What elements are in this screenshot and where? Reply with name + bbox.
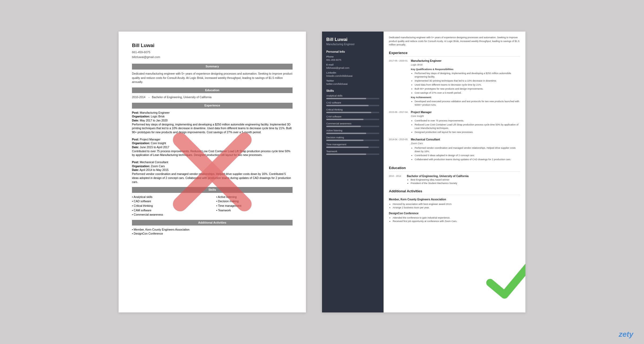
right-job1-title: Manufacturing Engineer [411, 59, 520, 63]
right-name: Bill Luwai [326, 37, 379, 42]
list-item: Used data from different teams to decrea… [415, 83, 520, 87]
right-job1-company: Logic Brisk [411, 63, 520, 67]
left-skill-5: Commercial awareness [132, 213, 208, 217]
right-job-3: 2014-04 - 2015-05 Mechanical Consultant … [389, 138, 520, 162]
right-job2-bullets: Contributed to over 75 process improveme… [411, 119, 520, 134]
skill-bar-background [326, 147, 379, 148]
left-skill-3: Critical thinking [132, 204, 208, 208]
left-skill-6: Active listening [216, 195, 293, 199]
sidebar-linkedin-label: LinkedIn [326, 71, 379, 74]
sidebar-skill-name: Analytical skills [326, 94, 379, 97]
sidebar-phone-label: Phone [326, 55, 379, 58]
skill-bar-fill [326, 119, 363, 120]
left-job-1: Post: Manufacturing Engineer Organizatio… [132, 111, 293, 134]
left-contact: 661-459-6075 billzluwai@gmail.com [132, 50, 293, 59]
right-job-2: 2015-06 - 2017-04 Project Manager Core I… [389, 110, 520, 135]
page-container: Bill Luwai 661-459-6075 billzluwai@gmail… [0, 0, 644, 344]
right-act1-bullets: Honored by association with best enginee… [389, 202, 520, 209]
list-item: Designed production cell layout for two … [415, 131, 520, 134]
skill-bar-background [326, 154, 379, 155]
list-item: Contributed 5 ideas adopted in design of… [415, 154, 520, 157]
sidebar-email-label: E-mail [326, 63, 379, 66]
left-edu-content: 2010-2014 - Bachelor of Engineering, Uni… [132, 95, 293, 100]
skill-bar-background [326, 105, 379, 106]
skill-bar-fill [326, 147, 369, 148]
left-name: Bill Luwai [132, 42, 293, 49]
right-job3-date: 2014-04 - 2015-05 [389, 138, 408, 162]
right-edu-date: 2010 - 2014 [389, 174, 404, 185]
left-skill-2: CAD software [132, 199, 208, 203]
left-additional-header: Additional Activities [132, 220, 293, 225]
list-item: Reduced Low Cost Container Load Lift Str… [415, 123, 520, 130]
right-title: Manufacturing Engineer [326, 43, 379, 46]
zety-logo: zety [619, 330, 633, 339]
list-item: Best Engineering Idea Award winner [411, 178, 469, 182]
list-item: Cost savings of 27% over a 5-month perio… [415, 91, 520, 95]
right-act2-bullets: Attended the conference to gain industri… [389, 216, 520, 223]
left-skill-4: CAM software [132, 208, 208, 212]
right-act2-title: DesignCon Conference [389, 212, 520, 216]
skill-bar-fill [326, 133, 366, 134]
right-edu-label: Education [389, 166, 520, 172]
skill-bar-background [326, 112, 379, 113]
skill-bar-background [326, 133, 379, 134]
resume-main: Dedicated manufacturing engineer with 5+… [384, 32, 525, 312]
right-job-1: 2017-05 - 2020-01 Manufacturing Engineer… [389, 59, 520, 107]
list-item: Implemented 3D printing techniques that … [415, 79, 520, 83]
skill-bar-fill [326, 98, 366, 99]
skill-bar-fill [326, 126, 361, 127]
left-skills-grid: Analytical skills Active listening CAD s… [132, 195, 293, 217]
right-activities: Member, Kern County Engineers Associatio… [389, 198, 520, 223]
list-item: Performed key steps of designing, implem… [415, 72, 520, 79]
sidebar-twitter-label: Twitter [326, 79, 379, 82]
right-job3-details: Mechanical Consultant Zoom Cars Performe… [411, 138, 520, 162]
right-job2-title: Project Manager [411, 110, 520, 114]
right-job3-title: Mechanical Consultant [411, 138, 520, 142]
list-item: Built 90+ prototypes for new products an… [415, 87, 520, 91]
left-job1-desc: Performed key steps of designing, implem… [132, 123, 293, 134]
right-job3-company: Zoom Cars [411, 142, 520, 145]
right-edu-degree: Bachelor of Engineering, University of C… [407, 174, 469, 178]
left-job3-desc: Performed vendor coordination and manage… [132, 172, 293, 184]
left-summary-text: Dedicated manufacturing engineer with 5+… [132, 72, 293, 84]
sidebar-skill-name: Teamwork [326, 150, 379, 153]
resume-sidebar: Bill Luwai Manufacturing Engineer Person… [322, 32, 384, 312]
sidebar-phone: 661-459-6075 [326, 59, 379, 61]
skill-bar-background [326, 140, 379, 141]
sidebar-skills-label: Skills [326, 89, 379, 92]
list-item: President of the Student Mechanics Socie… [411, 182, 469, 185]
left-job-2: Post: Project Manager Organization: Core… [132, 137, 293, 157]
right-job2-date: 2015-06 - 2017-04 [389, 110, 408, 135]
sidebar-skill-name: Decision making [326, 136, 379, 139]
right-job1-details: Manufacturing Engineer Logic Brisk Key Q… [411, 59, 520, 107]
sidebar-skills-list: Analytical skillsCAD softwareCritical th… [326, 94, 379, 155]
left-job3-post: Post: Mechanical Consultant [132, 160, 293, 164]
sidebar-skill-name: CAD software [326, 101, 379, 104]
left-job2-post: Post: Project Manager [132, 137, 293, 142]
left-act-2: DesignCon Conference [132, 232, 293, 236]
list-item: Arrange 2 business tours per year. [393, 206, 520, 209]
left-job-3: Post: Mechanical Consultant Organization… [132, 160, 293, 184]
left-job1-post: Post: Manufacturing Engineer [132, 111, 293, 115]
list-item: Contributed to over 75 process improveme… [415, 119, 520, 123]
right-job1-bullets: Performed key steps of designing, implem… [411, 72, 520, 95]
left-edu-degree: Bachelor of Engineering, University of C… [152, 95, 211, 99]
resume-left: Bill Luwai 661-459-6075 billzluwai@gmail… [119, 32, 306, 312]
list-item: Collaborated with production teams durin… [415, 158, 520, 161]
left-act-1: Member, Kern County Engineers Associatio… [132, 228, 293, 232]
right-edu-1: 2010 - 2014 Bachelor of Engineering, Uni… [389, 174, 520, 185]
list-item: Received first job opportunity at confer… [393, 220, 520, 223]
skill-bar-background [326, 126, 379, 127]
skill-bar-fill [326, 105, 369, 106]
left-experience-header: Experience [132, 103, 293, 108]
list-item: Attended the conference to gain industri… [393, 216, 520, 220]
right-edu-details: Bachelor of Engineering, University of C… [407, 174, 469, 185]
right-act1-title: Member, Kern County Engineers Associatio… [389, 198, 520, 202]
skill-bar-fill [326, 140, 363, 141]
left-job3-org: Organization: Zoom Cars [132, 164, 293, 168]
left-skills-header: Skills [132, 187, 293, 193]
skill-bar-fill [326, 154, 366, 155]
left-activities: Member, Kern County Engineers Associatio… [132, 228, 293, 235]
skill-bar-background [326, 98, 379, 99]
sidebar-personal-label: Personal Info [326, 50, 379, 53]
